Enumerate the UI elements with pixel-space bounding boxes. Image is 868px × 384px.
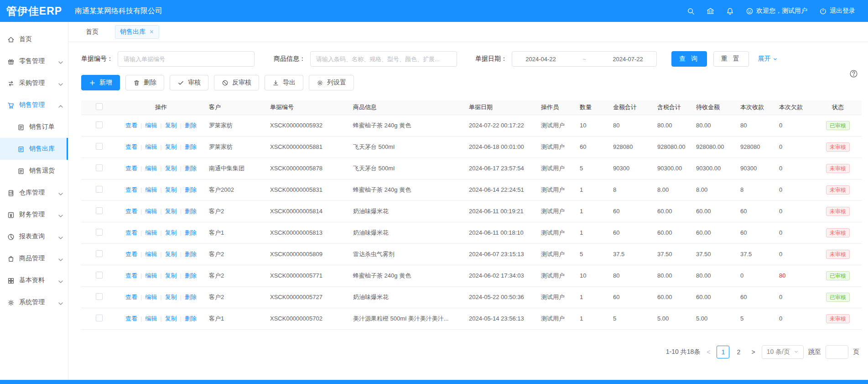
row-action-edit[interactable]: 编辑 — [145, 121, 157, 130]
date-end[interactable]: 2024-07-22 — [613, 56, 643, 63]
row-action-view[interactable]: 查看 — [125, 207, 137, 216]
sidebar-item-goods[interactable]: 商品管理 — [0, 247, 68, 269]
row-action-delete[interactable]: 删除 — [185, 186, 197, 194]
row-checkbox[interactable] — [96, 207, 103, 214]
row-checkbox[interactable] — [96, 164, 103, 171]
row-action-copy[interactable]: 复制 — [165, 186, 177, 194]
row-action-edit[interactable]: 编辑 — [145, 207, 157, 216]
row-action-view[interactable]: 查看 — [125, 315, 137, 323]
qty-cell: 10 — [576, 115, 609, 136]
select-all-checkbox[interactable] — [96, 103, 103, 110]
row-checkbox[interactable] — [96, 143, 103, 150]
sidebar-item-sales-return[interactable]: 销售退货 — [0, 160, 68, 182]
sidebar-item-report[interactable]: 报表查询 — [0, 226, 68, 247]
chevron-down-icon — [57, 190, 62, 195]
row-action-delete[interactable]: 删除 — [185, 229, 197, 237]
row-action-view[interactable]: 查看 — [125, 229, 137, 237]
audit-button[interactable]: 审核 — [170, 75, 208, 90]
sidebar-item-sales-order[interactable]: 销售订单 — [0, 116, 68, 138]
row-action-view[interactable]: 查看 — [125, 186, 137, 194]
row-action-edit[interactable]: 编辑 — [145, 143, 157, 151]
row-action-copy[interactable]: 复制 — [165, 250, 177, 258]
row-action-view[interactable]: 查看 — [125, 121, 137, 130]
row-action-copy[interactable]: 复制 — [165, 143, 177, 151]
row-action-copy[interactable]: 复制 — [165, 121, 177, 130]
row-action-edit[interactable]: 编辑 — [145, 272, 157, 280]
row-action-copy[interactable]: 复制 — [165, 315, 177, 323]
sidebar-item-retail[interactable]: 零售管理 — [0, 50, 68, 72]
row-action-view[interactable]: 查看 — [125, 164, 137, 173]
prev-page-button[interactable]: < — [705, 348, 712, 356]
row-action-edit[interactable]: 编辑 — [145, 250, 157, 258]
row-action-copy[interactable]: 复制 — [165, 229, 177, 237]
row-action-edit[interactable]: 编辑 — [145, 164, 157, 173]
welcome-user[interactable]: 欢迎您，测试用户 — [746, 7, 807, 15]
row-action-delete[interactable]: 删除 — [185, 164, 197, 173]
bill-no-input[interactable] — [118, 51, 255, 67]
expand-link[interactable]: 展开 — [758, 55, 778, 63]
tab-home[interactable]: 首页 — [81, 26, 103, 38]
row-action-edit[interactable]: 编辑 — [145, 315, 157, 323]
row-action-delete[interactable]: 删除 — [185, 207, 197, 216]
row-action-delete[interactable]: 删除 — [185, 143, 197, 151]
row-action-delete[interactable]: 删除 — [185, 293, 197, 301]
sidebar-item-basic[interactable]: 基本资料 — [0, 269, 68, 291]
row-action-delete[interactable]: 删除 — [185, 250, 197, 258]
sidebar-item-sales[interactable]: 销售管理 — [0, 94, 68, 116]
row-action-view[interactable]: 查看 — [125, 143, 137, 151]
row-action-delete[interactable]: 删除 — [185, 272, 197, 280]
row-action-copy[interactable]: 复制 — [165, 164, 177, 173]
row-action-copy[interactable]: 复制 — [165, 207, 177, 216]
logout-button[interactable]: 退出登录 — [819, 7, 855, 15]
sidebar-item-sales-outbound[interactable]: 销售出库 — [0, 138, 68, 160]
row-checkbox[interactable] — [96, 121, 103, 128]
row-action-view[interactable]: 查看 — [125, 293, 137, 301]
amount-cell: 60 — [609, 286, 654, 308]
sidebar-item-warehouse[interactable]: 仓库管理 — [0, 182, 68, 204]
row-action-edit[interactable]: 编辑 — [145, 293, 157, 301]
row-action-delete[interactable]: 删除 — [185, 121, 197, 130]
row-action-delete[interactable]: 删除 — [185, 315, 197, 323]
row-action-copy[interactable]: 复制 — [165, 293, 177, 301]
help-icon[interactable] — [849, 69, 858, 78]
export-button[interactable]: 导出 — [265, 75, 303, 90]
row-select-cell — [81, 286, 117, 308]
sidebar-item-home[interactable]: 首页 — [0, 28, 68, 50]
row-checkbox[interactable] — [96, 229, 103, 236]
qty-cell: 1 — [576, 286, 609, 308]
row-action-view[interactable]: 查看 — [125, 250, 137, 258]
add-button[interactable]: 新增 — [81, 75, 120, 90]
row-checkbox[interactable] — [96, 272, 103, 279]
row-action-edit[interactable]: 编辑 — [145, 229, 157, 237]
sidebar-item-purchase[interactable]: 采购管理 — [0, 72, 68, 94]
reset-button[interactable]: 重 置 — [713, 51, 749, 67]
app-logo: 管伊佳ERP — [0, 4, 68, 18]
bank-icon[interactable] — [707, 7, 714, 15]
search-icon[interactable] — [687, 7, 695, 15]
sidebar-item-system[interactable]: 系统管理 — [0, 291, 68, 313]
row-action-edit[interactable]: 编辑 — [145, 186, 157, 194]
unaudit-button[interactable]: 反审核 — [214, 75, 259, 90]
product-info-input[interactable] — [310, 51, 457, 67]
date-range-picker[interactable]: 2024-04-22 ~ 2024-07-22 — [512, 51, 657, 67]
row-checkbox[interactable] — [96, 315, 103, 321]
page-size-select[interactable]: 10 条/页 — [762, 345, 804, 359]
owed-cell: 0 — [775, 136, 814, 158]
bell-icon[interactable] — [726, 7, 734, 15]
row-action-view[interactable]: 查看 — [125, 272, 137, 280]
page-number-1[interactable]: 1 — [717, 346, 729, 358]
row-checkbox[interactable] — [96, 186, 103, 193]
date-start[interactable]: 2024-04-22 — [525, 56, 556, 63]
sidebar-item-finance[interactable]: 财务管理 — [0, 204, 68, 226]
close-icon[interactable] — [149, 29, 154, 34]
jump-page-input[interactable] — [826, 345, 848, 359]
page-number-2[interactable]: 2 — [732, 346, 745, 358]
row-checkbox[interactable] — [96, 250, 103, 257]
column-settings-button[interactable]: 列设置 — [309, 75, 354, 90]
next-page-button[interactable]: > — [749, 348, 757, 356]
row-checkbox[interactable] — [96, 293, 103, 300]
row-action-copy[interactable]: 复制 — [165, 272, 177, 280]
tab-sales-outbound[interactable]: 销售出库 — [115, 25, 159, 39]
delete-button[interactable]: 删除 — [125, 75, 164, 90]
search-button[interactable]: 查 询 — [671, 51, 707, 67]
